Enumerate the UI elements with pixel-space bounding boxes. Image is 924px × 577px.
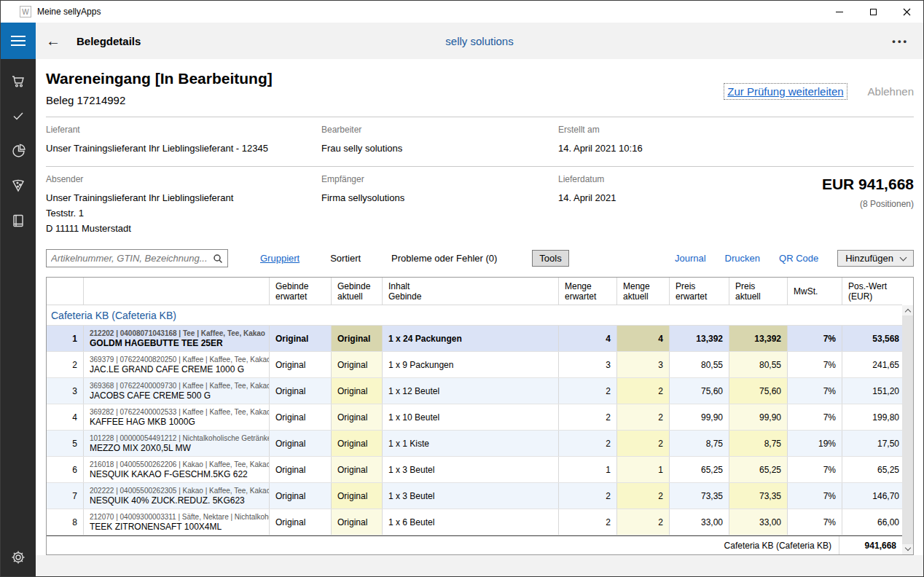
column-header[interactable]: Menge erwartet — [558, 278, 616, 305]
hamburger-menu-button[interactable] — [1, 23, 36, 59]
cell-gebinde-erwartet: Original — [269, 509, 331, 535]
row-number: 1 — [47, 326, 83, 351]
maximize-button[interactable] — [856, 1, 890, 23]
print-link[interactable]: Drucken — [725, 253, 760, 264]
column-header[interactable]: Menge aktuell — [616, 278, 669, 305]
close-button[interactable] — [890, 1, 923, 23]
cell-menge-aktuell[interactable]: 2 — [616, 483, 669, 509]
sidebar-item-orders[interactable] — [5, 68, 31, 94]
add-button[interactable]: Hinzufügen — [837, 250, 914, 267]
cell-menge-aktuell[interactable]: 1 — [616, 457, 669, 482]
column-header[interactable]: MwSt. — [787, 278, 842, 305]
cell-menge-aktuell[interactable]: 2 — [616, 404, 669, 430]
table-row[interactable]: 5 101228 | 00000054491212 | Nichtalkohol… — [47, 431, 902, 457]
cell-preis-aktuell[interactable]: 8,75 — [729, 431, 787, 456]
article-meta: 369379 | 07622400820250 | Kaffee | Kaffe… — [90, 356, 269, 364]
scrollbar-thumb[interactable] — [902, 315, 913, 544]
cell-menge-erwartet: 1 — [558, 457, 616, 482]
cell-preis-aktuell[interactable]: 80,55 — [729, 352, 787, 377]
cell-menge-aktuell[interactable]: 4 — [616, 326, 669, 351]
sidebar-item-catalog[interactable] — [5, 208, 31, 234]
table-scrollbar[interactable] — [902, 305, 913, 554]
field-empfaenger: Empfänger Firma sellysolutions — [321, 174, 558, 236]
qr-code-link[interactable]: QR Code — [779, 253, 818, 264]
cell-preis-aktuell[interactable]: 99,90 — [729, 404, 787, 430]
page-title: Belegdetails — [77, 35, 141, 47]
back-button[interactable]: ← — [46, 34, 60, 48]
cell-preis-aktuell[interactable]: 73,35 — [729, 483, 787, 509]
content-area: Wareneingang [In Bearbeitung] Beleg 1721… — [36, 59, 923, 555]
column-header[interactable]: Pos.-Wert (EUR) — [842, 278, 905, 305]
table-row[interactable]: 8 212070 | 04009300003311 | Säfte, Nekta… — [47, 509, 902, 535]
article-name: NESQUIK KAKAO F-GESCHM.5KG 622 — [90, 469, 248, 479]
status-strip — [36, 555, 923, 577]
group-header[interactable]: Cafeteria KB (Cafeteria KB) — [47, 305, 902, 326]
tools-button[interactable]: Tools — [532, 250, 568, 267]
sorted-toggle[interactable]: Sortiert — [330, 253, 361, 264]
minimize-button[interactable] — [823, 1, 856, 23]
search-icon[interactable] — [213, 254, 223, 264]
table-row[interactable]: 4 369282 | 07622400002533 | Kaffee | Kaf… — [47, 404, 902, 431]
cell-preis-aktuell[interactable]: 65,25 — [729, 457, 787, 482]
search-input[interactable] — [51, 253, 213, 264]
cell-gebinde-aktuell[interactable]: Original — [331, 457, 382, 482]
cell-inhalt-gebinde: 1 x 12 Beutel — [382, 378, 558, 404]
table-row[interactable]: 7 202222 | 04005500262305 | Kakao | Kaff… — [47, 483, 902, 509]
forward-for-review-button[interactable]: Zur Prüfung weiterleiten — [724, 83, 847, 100]
reject-button[interactable]: Ablehnen — [868, 85, 914, 98]
column-header[interactable]: Gebinde aktuell — [331, 278, 382, 305]
cell-gebinde-aktuell[interactable]: Original — [331, 483, 382, 509]
row-number: 4 — [47, 404, 83, 430]
cell-gebinde-erwartet: Original — [269, 352, 331, 377]
column-header[interactable]: Gebinde erwartet — [269, 278, 331, 305]
pizza-icon — [9, 177, 27, 195]
cell-gebinde-aktuell[interactable]: Original — [331, 352, 382, 377]
column-header[interactable]: Preis aktuell — [729, 278, 787, 305]
cell-gebinde-aktuell[interactable]: Original — [331, 326, 382, 351]
sidebar-item-reports[interactable] — [5, 138, 31, 164]
grouped-toggle[interactable]: Gruppiert — [260, 253, 299, 264]
row-number: 7 — [47, 483, 83, 509]
table-row[interactable]: 6 216018 | 04005500262206 | Kakao | Kaff… — [47, 457, 902, 483]
article-meta: 216018 | 04005500262206 | Kakao | Kaffee… — [90, 460, 269, 468]
row-article: 369282 | 07622400002533 | Kaffee | Kaffe… — [83, 404, 269, 430]
journal-link[interactable]: Journal — [675, 253, 706, 264]
cell-preis-aktuell[interactable]: 13,392 — [729, 326, 787, 351]
cell-menge-aktuell[interactable]: 2 — [616, 509, 669, 535]
sidebar-item-products[interactable] — [5, 173, 31, 199]
document-total: EUR 941,668 (8 Positionen) — [719, 174, 914, 236]
more-options-button[interactable]: ••• — [892, 36, 909, 47]
table-row[interactable]: 2 369379 | 07622400820250 | Kaffee | Kaf… — [47, 352, 902, 378]
cell-preis-aktuell[interactable]: 33,00 — [729, 509, 787, 535]
cell-menge-aktuell[interactable]: 3 — [616, 352, 669, 377]
article-meta: 369282 | 07622400002533 | Kaffee | Kaffe… — [90, 408, 269, 416]
cell-gebinde-erwartet: Original — [269, 378, 331, 404]
article-meta: 101228 | 00000054491212 | Nichtalkoholis… — [90, 434, 269, 442]
cell-gebinde-aktuell[interactable]: Original — [331, 404, 382, 430]
cell-preis-aktuell[interactable]: 75,60 — [729, 378, 787, 404]
table-header-row: Gebinde erwartetGebinde aktuellInhalt Ge… — [47, 278, 902, 305]
scroll-up-icon[interactable] — [902, 305, 913, 315]
search-box — [46, 249, 228, 267]
cell-gebinde-aktuell[interactable]: Original — [331, 509, 382, 535]
field-lieferant: Lieferant Unser Trainingslieferant Ihr L… — [46, 125, 321, 156]
sidebar-item-settings[interactable] — [5, 544, 31, 570]
cell-preis-erwartet: 65,25 — [669, 457, 729, 482]
field-absender: Absender Unser Trainingslieferant Ihr Li… — [46, 174, 321, 236]
column-header[interactable] — [83, 278, 269, 305]
article-name: NESQUIK 40% ZUCK.REDUZ. 5KG623 — [90, 495, 245, 506]
app-icon: W — [20, 6, 31, 17]
column-header[interactable] — [47, 278, 83, 305]
table-row[interactable]: 1 212202 | 04008071043168 | Tee | Kaffee… — [47, 326, 902, 352]
scroll-down-icon[interactable] — [902, 544, 913, 554]
problems-filter[interactable]: Probleme oder Fehler (0) — [391, 253, 497, 264]
column-header[interactable]: Preis erwartet — [669, 278, 729, 305]
sidebar-item-tasks[interactable] — [5, 103, 31, 129]
column-header[interactable]: Inhalt Gebinde — [382, 278, 558, 305]
cell-gebinde-aktuell[interactable]: Original — [331, 431, 382, 456]
table-row[interactable]: 3 369368 | 07622400009730 | Kaffee | Kaf… — [47, 378, 902, 404]
cell-menge-aktuell[interactable]: 2 — [616, 378, 669, 404]
table-footer: Cafeteria KB (Cafeteria KB) 941,668 — [47, 535, 902, 554]
cell-gebinde-aktuell[interactable]: Original — [331, 378, 382, 404]
cell-menge-aktuell[interactable]: 2 — [616, 431, 669, 456]
